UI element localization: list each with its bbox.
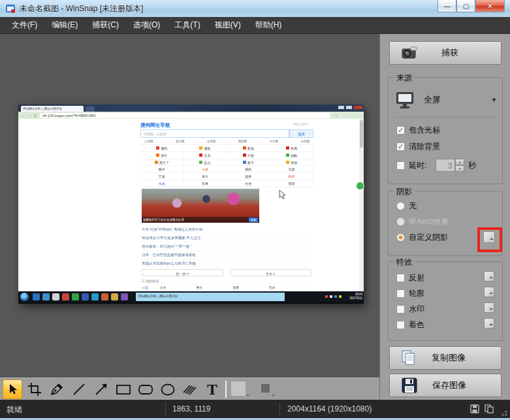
menu-item[interactable]: 帮助(H) [253,18,285,33]
browser-close-icon [354,106,362,109]
reflection-options-button[interactable] [484,271,494,282]
menu-bar: 文件(F)编辑(E)捕获(C)选项(O)工具(T)视图(V)帮助(H) [0,17,510,34]
fill-color-swatch[interactable] [231,381,246,396]
headline: 日本：已设打造监视中国海域基地 [142,251,311,259]
page-float-badge [356,182,364,190]
status-coords: 1863, 1119 [172,404,210,413]
menu-item[interactable]: 捕获(C) [89,18,121,33]
fill-color-caret-icon[interactable]: ▾ [247,393,249,397]
page-nav-tab: 新华网 [176,140,185,143]
tool-pen-button[interactable] [47,380,67,399]
read-marker-icon: ☷ [142,279,144,283]
outline-option[interactable]: 轮廓 [396,288,424,299]
watermark-checkbox[interactable] [396,305,405,314]
effects-group: 特效 反射 轮廓 水印 着色 [388,261,503,341]
page-nav-tab: 央视网 [207,140,216,143]
tool-text-button[interactable]: T [202,380,222,399]
nav-link: 爱卡 [227,159,270,167]
taskbar-app-icon [82,293,89,300]
forward-icon: → [27,114,31,118]
browser-tab: 搜狗网址导航-上网从这里开始 [21,106,84,112]
title-bar[interactable]: 未命名截图 - WinSnap [未注册版本] — ▢ ✕ [0,0,510,17]
clear-background-checkbox[interactable]: ✓ [396,142,405,151]
back-icon: ← [21,114,25,118]
menu-item[interactable]: 工具(T) [172,18,202,33]
clear-background-option[interactable]: ✓ 清除背景 [396,141,440,152]
bookmark-star-icon: ☆ [334,113,338,118]
outline-options-button[interactable] [484,287,494,297]
maximize-button[interactable]: ▢ [456,0,475,12]
minimize-button[interactable]: — [438,0,456,12]
site-icon [155,161,158,164]
reflection-option[interactable]: 反射 [396,272,424,283]
line-color-caret-icon[interactable]: ▾ [272,393,274,397]
delay-spin-up-button[interactable]: ▲ [455,159,464,165]
nav-link: 优酷 [270,152,313,159]
shadow-aero-option: 带Aero效果 [396,216,449,227]
arrow-icon [94,382,108,396]
shadow-custom-option[interactable]: 自定义阴影 [396,232,448,243]
line-color-swatch[interactable] [261,384,270,393]
shadow-group-title: 阴影 [394,186,415,197]
news-caption: 新疆村民手工织出全球最大红毯 [142,217,259,223]
source-select[interactable]: 全屏 ▼ [395,88,497,112]
save-image-button[interactable]: 保存图像 [389,374,502,397]
nav-link: 天猫 [227,152,270,159]
menu-item[interactable]: 编辑(E) [49,18,80,33]
copy-icon [402,350,416,366]
delay-checkbox[interactable] [396,161,405,170]
close-button[interactable]: ✕ [475,0,505,12]
screenshot-preview[interactable]: 搜狗网址导航-上网从这里开始 ← → C dh.123.sogou.com/?f… [18,105,364,304]
delay-spin-down-button[interactable]: ▼ [455,165,464,172]
tool-line-button[interactable] [69,380,89,399]
status-copy-icon[interactable] [485,404,494,413]
delay-option[interactable]: 延时: 3 ▲ ▼ 秒 [396,159,476,172]
taskbar-app-icon [111,293,118,300]
site-icon [199,153,202,157]
watermark-options-button[interactable] [484,302,494,313]
shadow-custom-radio[interactable] [396,233,405,242]
tint-checkbox[interactable] [396,321,405,329]
source-mode-value: 全屏 [424,94,441,106]
taskbar-app-icon [52,293,59,300]
menu-item[interactable]: 选项(O) [131,18,163,33]
tool-ellipse-button[interactable] [158,380,178,399]
source-group-title: 来源 [394,73,415,84]
status-bar: 就绪 1863, 1119 2004x1164 (1920x1080) [0,400,510,418]
browser-maximize-icon [346,106,352,109]
copy-image-button[interactable]: 复制图像 [389,346,502,370]
reflection-checkbox[interactable] [396,274,405,282]
tool-crop-button[interactable] [25,380,44,399]
capture-button[interactable]: 捕获 [389,41,502,65]
shadow-none-option[interactable]: 无 [396,201,417,212]
include-cursor-option[interactable]: ✓ 包含光标 [396,125,440,136]
status-save-icon[interactable] [470,404,479,413]
weather-text: 北京 | 27℃ [293,123,308,126]
delay-value-input[interactable]: 3 [436,159,455,172]
tool-select-button[interactable] [3,380,22,399]
menu-item[interactable]: 文件(F) [9,18,40,33]
tool-rounded-rectangle-button[interactable] [136,380,155,399]
resize-grip[interactable] [501,409,509,417]
side-panel: 捕获 来源 全屏 ▼ ✓ 包含光标 ✓ 清除背景 [379,34,510,400]
tool-arrow-button[interactable] [91,380,111,399]
select-arrow-icon [6,383,19,396]
headline: 境外媒体：四方面对“一带一路” [142,242,311,251]
outline-checkbox[interactable] [396,289,405,298]
reload-icon: C [34,114,37,118]
include-cursor-checkbox[interactable]: ✓ [396,126,405,135]
editor-canvas[interactable]: 搜狗网址导航-上网从这里开始 ← → C dh.123.sogou.com/?f… [0,34,379,378]
tool-rectangle-button[interactable] [114,380,133,399]
tool-hatch-button[interactable] [180,380,200,399]
tint-option[interactable]: 着色 [396,319,424,331]
watermark-option[interactable]: 水印 [396,304,424,315]
nav-link: 百度 [270,166,313,173]
site-icon [286,161,289,164]
tint-options-button[interactable] [484,318,494,329]
status-size: 2004x1164 (1920x1080) [287,404,372,413]
nav-link: 起点 [183,159,227,167]
window-title: 未命名截图 - WinSnap [未注册版本] [20,3,143,14]
shadow-none-radio[interactable] [396,202,405,210]
status-ready: 就绪 [7,404,22,415]
menu-item[interactable]: 视图(V) [212,18,244,33]
